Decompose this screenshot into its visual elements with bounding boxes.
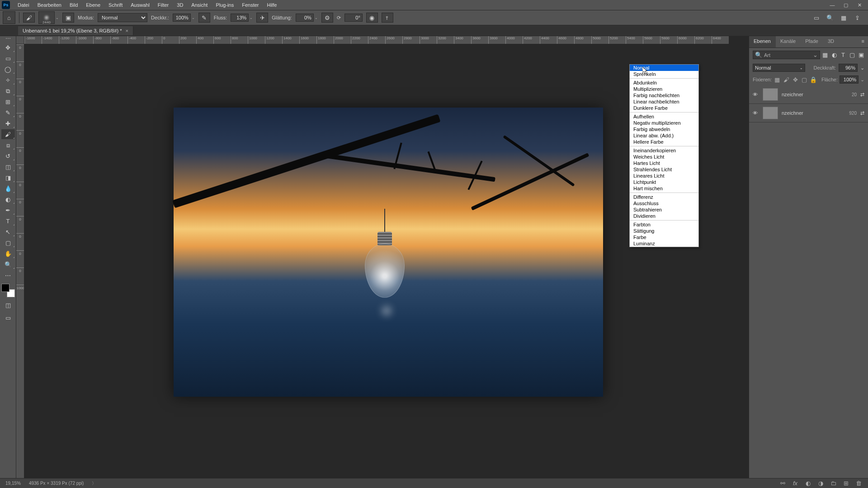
filter-adjust-icon[interactable]: ◐ bbox=[831, 52, 837, 58]
marquee-tool-icon[interactable]: ▭ bbox=[1, 53, 15, 63]
filter-pixel-icon[interactable]: ▦ bbox=[822, 52, 828, 58]
adjustment-icon[interactable]: ◑ bbox=[816, 479, 825, 488]
edit-toolbar-icon[interactable]: ⋯ bbox=[1, 270, 15, 280]
pen-tool-icon[interactable]: ✒ bbox=[1, 205, 15, 215]
blend-mode-dropdown[interactable]: NormalSprenkelnAbdunkelnMultiplizierenFa… bbox=[629, 64, 699, 247]
blend-mode-option[interactable]: Multiplizieren bbox=[630, 86, 698, 92]
angle-field[interactable]: 0° bbox=[344, 14, 363, 22]
brush-tool-icon[interactable]: 🖌 bbox=[1, 129, 15, 139]
type-tool-icon[interactable]: T bbox=[1, 216, 15, 226]
visibility-icon[interactable]: 👁 bbox=[753, 92, 759, 97]
blend-mode-option[interactable]: Farbton bbox=[630, 221, 698, 228]
lock-transparency-icon[interactable]: ▦ bbox=[774, 76, 781, 83]
menu-ansicht[interactable]: Ansicht bbox=[187, 1, 212, 9]
chevron-down-icon[interactable]: ⌄ bbox=[192, 16, 195, 20]
brush-preview[interactable]: 2440 bbox=[38, 11, 55, 24]
hand-tool-icon[interactable]: ✋ bbox=[1, 249, 15, 258]
pressure-opacity-icon[interactable]: ✎ bbox=[198, 13, 210, 23]
blend-mode-option[interactable]: Linear abw. (Add.) bbox=[630, 132, 698, 139]
menu-ebene[interactable]: Ebene bbox=[82, 1, 104, 9]
menu-auswahl[interactable]: Auswahl bbox=[127, 1, 154, 9]
frame-tool-icon[interactable]: ⊞ bbox=[1, 97, 15, 107]
dodge-tool-icon[interactable]: ◐ bbox=[1, 194, 15, 204]
move-tool-icon[interactable]: ✥ bbox=[1, 42, 15, 52]
quickmask-icon[interactable]: ◫ bbox=[1, 300, 15, 310]
screenmode-icon[interactable]: ▭ bbox=[1, 313, 15, 323]
menu-filter[interactable]: Filter bbox=[154, 1, 173, 9]
panel-tab-kanäle[interactable]: Kanäle bbox=[776, 36, 801, 47]
blend-link-icon[interactable]: ⇄ bbox=[860, 92, 864, 98]
window-minimize-icon[interactable]: — bbox=[826, 0, 839, 10]
chevron-down-icon[interactable]: ⌄ bbox=[860, 65, 864, 71]
blend-mode-option[interactable]: Hellere Farbe bbox=[630, 139, 698, 145]
layer-row[interactable]: 👁 nzeichner 20 ⇄ bbox=[749, 85, 868, 104]
healing-brush-tool-icon[interactable]: ✚ bbox=[1, 118, 15, 128]
chevron-down-icon[interactable]: ⌄ bbox=[56, 16, 59, 20]
blend-mode-option[interactable]: Farbe bbox=[630, 234, 698, 240]
smoothing-field[interactable]: 0% bbox=[296, 14, 314, 22]
close-icon[interactable]: × bbox=[126, 28, 128, 33]
blend-mode-option[interactable]: Weiches Licht bbox=[630, 154, 698, 160]
group-icon[interactable]: 🗀 bbox=[829, 479, 837, 488]
status-arrow-icon[interactable]: 〉 bbox=[92, 480, 96, 487]
opacity-field[interactable]: 100% bbox=[173, 14, 191, 22]
blend-mode-option[interactable]: Strahlendes Licht bbox=[630, 166, 698, 173]
lock-all-icon[interactable]: 🔒 bbox=[810, 76, 817, 83]
crop-tool-icon[interactable]: ⧉ bbox=[1, 86, 15, 96]
eraser-tool-icon[interactable]: ◫ bbox=[1, 162, 15, 172]
tool-preset-icon[interactable]: 🖌 bbox=[23, 13, 35, 23]
chevron-down-icon[interactable]: ⌄ bbox=[315, 16, 318, 20]
eyedropper-tool-icon[interactable]: ✎ bbox=[1, 108, 15, 117]
lock-position-icon[interactable]: ✥ bbox=[792, 76, 799, 83]
symmetry-icon[interactable]: ⫯ bbox=[382, 13, 393, 23]
blend-mode-option[interactable]: Negativ multiplizieren bbox=[630, 120, 698, 126]
gradient-tool-icon[interactable]: ◨ bbox=[1, 173, 15, 183]
menu-3d[interactable]: 3D bbox=[173, 1, 187, 9]
blend-mode-option[interactable]: Sättigung bbox=[630, 228, 698, 234]
blend-mode-option[interactable]: Aufhellen bbox=[630, 113, 698, 120]
panel-tab-ebenen[interactable]: Ebenen bbox=[749, 36, 776, 47]
window-maximize-icon[interactable]: ▢ bbox=[839, 0, 853, 10]
flow-field[interactable]: 13% bbox=[231, 14, 249, 22]
history-brush-tool-icon[interactable]: ↺ bbox=[1, 151, 15, 161]
blend-link-icon[interactable]: ⇄ bbox=[860, 110, 864, 116]
blend-mode-option[interactable]: Ineinanderkopieren bbox=[630, 147, 698, 154]
link-icon[interactable]: ⚯ bbox=[778, 479, 787, 488]
document-tab[interactable]: Unbenannt-1 bei 19,2% (Ebene 3, RGB/8#) … bbox=[18, 26, 133, 35]
blend-mode-option[interactable]: Sprenkeln bbox=[630, 71, 698, 77]
zoom-level[interactable]: 19,15% bbox=[5, 481, 21, 486]
menu-plug-ins[interactable]: Plug-ins bbox=[212, 1, 238, 9]
share-icon[interactable]: ⇪ bbox=[854, 14, 861, 21]
blend-mode-option[interactable]: Dividieren bbox=[630, 213, 698, 219]
zoom-tool-icon[interactable]: 🔍 bbox=[1, 259, 15, 269]
blend-mode-option[interactable]: Lichtpunkt bbox=[630, 179, 698, 185]
blend-mode-option[interactable]: Hart mischen bbox=[630, 185, 698, 192]
shape-tool-icon[interactable]: ▢ bbox=[1, 238, 15, 248]
blend-mode-option[interactable]: Hartes Licht bbox=[630, 160, 698, 166]
blend-mode-option[interactable]: Ausschluss bbox=[630, 200, 698, 206]
layer-opacity-field[interactable]: 96% bbox=[839, 64, 858, 72]
filter-type-icon[interactable]: T bbox=[840, 52, 846, 58]
delete-icon[interactable]: 🗑 bbox=[854, 479, 863, 488]
panel-tab-pfade[interactable]: Pfade bbox=[801, 36, 823, 47]
blend-mode-option[interactable]: Dunklere Farbe bbox=[630, 105, 698, 111]
blend-mode-select[interactable]: Normal ⌄ bbox=[753, 64, 805, 72]
clone-stamp-tool-icon[interactable]: ⧈ bbox=[1, 140, 15, 150]
search-icon[interactable]: 🔍 bbox=[826, 14, 834, 21]
workspace-icon[interactable]: ▦ bbox=[840, 14, 847, 21]
modus-select[interactable]: Normal bbox=[98, 13, 147, 22]
panel-menu-icon[interactable]: ≡ bbox=[858, 36, 868, 47]
blend-mode-option[interactable]: Abdunkeln bbox=[630, 80, 698, 86]
color-swatches[interactable] bbox=[1, 284, 15, 297]
filter-smart-icon[interactable]: ▣ bbox=[858, 52, 864, 58]
lock-pixels-icon[interactable]: 🖌 bbox=[783, 76, 790, 83]
blend-mode-option[interactable]: Lineares Licht bbox=[630, 173, 698, 179]
menu-datei[interactable]: Datei bbox=[14, 1, 33, 9]
chevron-down-icon[interactable]: ⌄ bbox=[860, 77, 864, 83]
blend-mode-option[interactable]: Subtrahieren bbox=[630, 206, 698, 213]
filter-shape-icon[interactable]: ▢ bbox=[849, 52, 855, 58]
layer-row[interactable]: 👁 nzeichner 920 ⇄ bbox=[749, 104, 868, 122]
home-icon[interactable]: ⌂ bbox=[3, 11, 15, 24]
blend-mode-option[interactable]: Linear nachbelichten bbox=[630, 99, 698, 105]
blend-mode-option[interactable]: Farbig nachbelichten bbox=[630, 92, 698, 99]
